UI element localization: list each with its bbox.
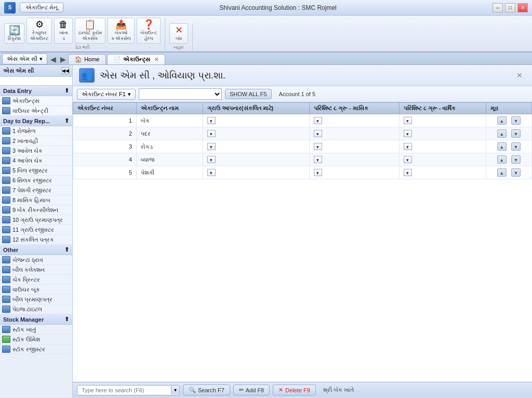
bottom-search-box[interactable]: ▾: [77, 385, 180, 395]
yearly-dropdown-icon[interactable]: ▾: [404, 117, 412, 124]
move-up-icon[interactable]: ▲: [497, 142, 507, 151]
accounts-table-container: એકાઉન્ટ નંબર એકાઉન્ટ્ન નામ ગ્રાઉ આપનાર(સ…: [73, 102, 532, 382]
account-select[interactable]: [139, 88, 222, 100]
sidebar-item-page-title[interactable]: પેઇજ ટાઇટલ: [0, 304, 72, 314]
nav-arrow-left-icon[interactable]: ◀: [49, 54, 57, 64]
sidebar-search[interactable]: 🔍: [0, 77, 72, 86]
tab-close-icon[interactable]: ✕: [154, 57, 158, 62]
search-dropdown-arrow-icon[interactable]: ▾: [171, 386, 179, 394]
grau-dropdown-icon[interactable]: ▾: [207, 143, 216, 150]
sidebar-item-7[interactable]: 7 પેશગી રજીસ્ટર: [0, 185, 72, 195]
sidebar-item-bill-pramanpatra[interactable]: બીલ પ્રમાણપત્ર: [0, 295, 72, 304]
move-down-icon[interactable]: ▼: [511, 129, 521, 138]
sidebar-item-11[interactable]: 11 ગ્રાઉ રજીસ્ટર: [0, 225, 72, 235]
sidebar-item-accounts[interactable]: એકાઉન્ટ્સ: [0, 96, 72, 106]
table-row[interactable]: 2 ૫દર ▾ ▾ ▾ ▲ ▼: [73, 127, 532, 140]
ribbon-btn-close[interactable]: ✕ બંધ: [169, 23, 188, 44]
sidebar-item-bill-collection[interactable]: બીલ કલેક્શન: [0, 265, 72, 275]
bottom-bar: ▾ 🔍 Search F7 ✏ Add F8 ✕ Delete F9 શ્રી …: [73, 382, 532, 397]
ribbon-btn-help[interactable]: ❓ બેકાઉન્ટહેલ્પ: [137, 18, 161, 44]
sidebar-item-stock-umesh[interactable]: સ્ટૉક ઊંમેશ: [0, 335, 72, 344]
sidebar-item-voucher-book[interactable]: વાઉચર બૂક: [0, 285, 72, 295]
content-header-close-button[interactable]: ✕: [513, 70, 526, 81]
sidebar-item-bill-collection-label: બીલ કલેક્શન: [12, 267, 45, 273]
monthly-dropdown-icon[interactable]: ▾: [314, 130, 322, 137]
account-number-dropdown[interactable]: એકાઉન્ટ નંબર F1 ▾: [77, 89, 136, 100]
grau-dropdown-icon[interactable]: ▾: [207, 169, 216, 176]
yearly-dropdown-icon[interactable]: ▾: [404, 156, 412, 163]
col-monthly: પરિશિષ્ટ ૮ ગ્રૂ - માસિક: [309, 103, 399, 114]
search-f7-button[interactable]: 🔍 Search F7: [183, 384, 230, 395]
bill-register-icon: [2, 167, 10, 174]
sidebar-item-stock-account[interactable]: સ્ટૉક ખાતું: [0, 325, 72, 335]
content-title: એસ એમ સી , ઓવિયાણ પ્રા.શા.: [100, 70, 225, 81]
move-down-icon[interactable]: ▼: [511, 116, 521, 125]
move-up-icon[interactable]: ▲: [497, 129, 507, 138]
sidebar-item-10[interactable]: 10 ગ્રાઉ પ્રમાણપત્ર: [0, 215, 72, 225]
grau-dropdown-icon[interactable]: ▾: [207, 156, 216, 163]
row-yearly: ▾: [399, 140, 486, 153]
delete-f9-button[interactable]: ✕ Delete F9: [273, 384, 316, 395]
ribbon-btn-export-excel[interactable]: 📤 બેકઓક એક્સેલ: [108, 18, 135, 44]
yearly-dropdown-icon[interactable]: ▾: [404, 130, 412, 137]
sidebar-item-voucher-entry[interactable]: વાઉચર એન્ટ્રી: [0, 106, 72, 116]
sidebar-item-check-printer[interactable]: ચેક પ્રિન્ટર: [0, 275, 72, 285]
bottom-search-input[interactable]: [77, 386, 171, 395]
help-icon: ❓: [143, 20, 154, 29]
sidebar-item-chejanta[interactable]: ચેજન્ટા ઠ્રાવ: [0, 255, 72, 265]
tab-home[interactable]: 🏠 Home: [68, 54, 106, 64]
home-tab-icon: 🏠: [75, 56, 82, 63]
sidebar-item-8[interactable]: 8 માસિક હિસાબ: [0, 195, 72, 205]
sidebar-item-12[interactable]: 12 સંકલિત પત્રક: [0, 235, 72, 245]
grau-dropdown-icon[interactable]: ▾: [207, 130, 216, 137]
table-row[interactable]: 1 બૅક ▾ ▾ ▾ ▲ ▼: [73, 114, 532, 127]
ribbon-btn-import-excel[interactable]: 📋 ઇમ્પોર્ટ ફ્રોમએક્સેલ: [75, 18, 105, 44]
sidebar-nav-dropdown[interactable]: એસ એમ સી ▾: [2, 54, 47, 64]
sidebar-section-day-to-day[interactable]: Day to Day Rep... ⬆: [0, 116, 72, 126]
row-monthly: ▾: [309, 140, 399, 153]
delete-f9-icon: ✕: [278, 387, 283, 393]
sidebar-item-4[interactable]: 4 આપેલ ચેક: [0, 156, 72, 166]
ribbon-btn-refresh[interactable]: 🔄 રિફ્રેશ: [4, 23, 24, 44]
sidebar-item-1[interactable]: 1 રોજમેળ: [0, 126, 72, 136]
monthly-dropdown-icon[interactable]: ▾: [314, 169, 322, 176]
nav-arrow-right-icon[interactable]: ▶: [59, 54, 67, 64]
row-move: ▲ ▼: [486, 140, 531, 153]
grau-dropdown-icon[interactable]: ▾: [207, 117, 216, 124]
move-down-icon[interactable]: ▼: [511, 142, 521, 151]
close-button[interactable]: ✕: [517, 3, 528, 12]
move-up-icon[interactable]: ▲: [497, 168, 507, 177]
ribbon-btn-delete[interactable]: 🗑 ખાતાડ: [54, 18, 73, 44]
yearly-dropdown-icon[interactable]: ▾: [404, 143, 412, 150]
move-down-icon[interactable]: ▼: [511, 168, 521, 177]
sidebar-section-stock[interactable]: Stock Manager ⬆: [0, 314, 72, 325]
sidebar-item-9[interactable]: 9 બૅંક રીકન્સીલેશન: [0, 205, 72, 215]
move-up-icon[interactable]: ▲: [497, 116, 507, 125]
menu-button[interactable]: એકાઉન્ટ મેનૂ: [20, 3, 63, 12]
sidebar-section-data-entry[interactable]: Data Entry ⬆: [0, 86, 72, 96]
sidebar-collapse-btn[interactable]: ◀◀: [62, 67, 69, 74]
move-up-icon[interactable]: ▲: [497, 155, 507, 164]
ribbon-btn-regular-account[interactable]: ⚙ રેગ્યુલરએકાઉન્ટ: [26, 18, 52, 44]
sidebar-item-6[interactable]: 6 સિલક રજીસ્ટર: [0, 176, 72, 185]
table-row[interactable]: 4 વ્યાજ ▾ ▾ ▾ ▲ ▼: [73, 153, 532, 166]
sidebar-search-input[interactable]: [0, 77, 73, 85]
minimize-button[interactable]: –: [493, 3, 503, 12]
monthly-dropdown-icon[interactable]: ▾: [314, 117, 322, 124]
table-row[interactable]: 3 રોકડ ▾ ▾ ▾ ▲ ▼: [73, 140, 532, 153]
show-all-button[interactable]: SHOW ALL F5: [225, 89, 272, 99]
sidebar-item-2[interactable]: 2 ખાતાવહી: [0, 136, 72, 146]
add-f8-button[interactable]: ✏ Add F8: [233, 384, 270, 395]
yearly-dropdown-icon[interactable]: ▾: [404, 169, 412, 176]
sidebar-item-3[interactable]: 3 આવેલ ચેક: [0, 146, 72, 156]
maximize-button[interactable]: □: [505, 3, 515, 12]
sidebar-item-stock-register[interactable]: સ્ટૉક રજીસ્ટર: [0, 344, 72, 354]
sidebar-item-5[interactable]: 5 બિલ રજીસ્ટર: [0, 166, 72, 176]
monthly-dropdown-icon[interactable]: ▾: [314, 143, 322, 150]
table-row[interactable]: 5 પેશગી ▾ ▾ ▾ ▲ ▼: [73, 166, 532, 179]
move-down-icon[interactable]: ▼: [511, 155, 521, 164]
monthly-dropdown-icon[interactable]: ▾: [314, 156, 322, 163]
sidebar-section-other[interactable]: Other ⬆: [0, 245, 72, 255]
tab-accounts[interactable]: 📄 એકાઉન્ટ્સ ✕: [107, 54, 165, 64]
row-monthly: ▾: [309, 166, 399, 179]
